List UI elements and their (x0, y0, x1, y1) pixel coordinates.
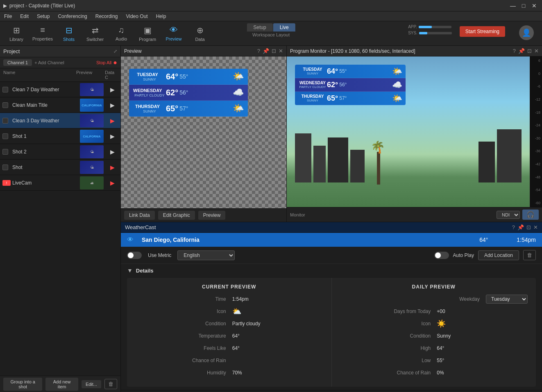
low-label: Low (340, 358, 437, 363)
start-streaming-button[interactable]: Start Streaming (460, 26, 505, 37)
program-toolbar: Monitor NDI 🎧 (287, 207, 542, 222)
details-section: ▼ Details CURRENT PREVIEW Time 1:54pm Ic… (121, 264, 542, 390)
workspace-setup-tab[interactable]: Setup (247, 23, 272, 32)
shots-button[interactable]: ⊟ Shots (57, 23, 81, 44)
edit-graphic-button[interactable]: Edit Graphic (158, 211, 195, 220)
preview-help-button[interactable]: ? (257, 48, 260, 54)
link-data-button[interactable]: Link Data (124, 211, 155, 220)
channel-1-tab[interactable]: Channel 1 (3, 59, 32, 66)
toolbar: ⊞ Library ≡ Properties ⊟ Shots ⇄ Switche… (0, 21, 542, 46)
menu-file[interactable]: File (0, 13, 16, 20)
project-panel: Project ⤢ Channel 1 + Add Channel Stop A… (0, 46, 121, 392)
item-name: Shot (11, 164, 80, 170)
delete-location-button[interactable]: 🗑 (523, 250, 536, 260)
item-checkbox[interactable] (2, 133, 8, 139)
play-button[interactable]: ▶ (107, 86, 118, 93)
menu-conferencing[interactable]: Conferencing (54, 13, 91, 20)
app-meter-fill (419, 26, 432, 28)
play-button[interactable]: ▶ (107, 149, 118, 155)
col-preview: Preview (76, 70, 105, 80)
list-item[interactable]: Clean 7 Day Weather 🌤 ▶ (0, 82, 120, 97)
daily-preview-col: DAILY PREVIEW Weekday Tuesday Wednesday … (331, 278, 536, 387)
item-checkbox[interactable] (2, 164, 8, 170)
use-metric-toggle[interactable] (127, 252, 142, 259)
preview-close-button[interactable]: ✕ (279, 48, 283, 54)
weekday-select[interactable]: Tuesday Wednesday Thursday Friday Saturd… (486, 295, 528, 304)
menu-recording[interactable]: Recording (91, 13, 122, 20)
list-item[interactable]: Clean 3 Day Weather 🌤 ▶ (0, 113, 120, 128)
workspace-live-tab[interactable]: Live (273, 23, 295, 32)
weathercast-help-button[interactable]: ? (512, 224, 515, 230)
group-into-shot-button[interactable]: Group into a shot (3, 378, 42, 391)
details-grid: CURRENT PREVIEW Time 1:54pm Icon ⛅ Condi… (127, 278, 536, 387)
program-button[interactable]: ▣ Program (135, 23, 160, 44)
eye-icon[interactable]: 👁 (127, 236, 134, 243)
list-item[interactable]: Clean Main Title CALIFORNIA ▶ (0, 97, 120, 113)
program-weather-overlay: TUESDAY SUNNY 64° 55° 🌤️ (295, 65, 406, 105)
condition-label: SUNNY (133, 109, 166, 113)
menu-video-out[interactable]: Video Out (122, 13, 152, 20)
menu-edit[interactable]: Edit (16, 13, 33, 20)
maximize-button[interactable]: □ (519, 1, 528, 10)
play-button[interactable]: ▶ (107, 164, 118, 171)
list-item[interactable]: ! LiveCam 🏙 ▶ (0, 175, 120, 191)
weathercast-close-button[interactable]: ✕ (533, 224, 538, 230)
sys-label: SYS. (408, 31, 417, 35)
play-button[interactable]: ▶ (107, 133, 118, 140)
menu-setup[interactable]: Setup (33, 13, 54, 20)
list-item[interactable]: Shot 🌤 ▶ (0, 160, 120, 175)
day-label: THURSDAY (133, 104, 162, 109)
minimize-button[interactable]: — (508, 1, 517, 10)
stop-all-button[interactable]: Stop All (96, 60, 111, 65)
library-button[interactable]: ⊞ Library (4, 23, 29, 44)
weathercast-restore-button[interactable]: ⊡ (526, 224, 531, 230)
app-sys-meters: APP. SYS. (408, 25, 452, 35)
preview-btn[interactable]: Preview (198, 211, 226, 220)
program-pin-button[interactable]: 📌 (518, 48, 525, 54)
delete-button[interactable]: 🗑 (104, 379, 117, 389)
item-checkbox[interactable] (2, 118, 8, 124)
program-restore-button[interactable]: ⊡ (527, 48, 532, 54)
auto-play-knob (435, 252, 441, 258)
preview-button[interactable]: 👁 Preview (161, 23, 186, 44)
audio-button[interactable]: ♫ Audio (109, 23, 134, 44)
user-avatar-button[interactable]: 👤 (519, 25, 534, 40)
item-checkbox[interactable] (2, 102, 8, 108)
daily-icon-label: Icon (340, 321, 437, 327)
program-icon: ▣ (144, 25, 152, 35)
program-help-button[interactable]: ? (513, 48, 516, 54)
play-button[interactable]: ▶ (107, 117, 118, 124)
auto-play-toggle[interactable] (434, 252, 449, 259)
item-checkbox[interactable] (2, 149, 8, 155)
add-new-item-button[interactable]: Add new item (45, 378, 78, 391)
item-name: Shot 2 (11, 149, 80, 155)
expand-icon[interactable]: ⤢ (113, 49, 117, 54)
menu-help[interactable]: Help (152, 13, 170, 20)
list-item[interactable]: Shot 2 🌤 ▶ (0, 144, 120, 160)
ndi-select[interactable]: NDI (497, 211, 520, 219)
add-channel-button[interactable]: + Add Channel (34, 60, 64, 65)
add-location-button[interactable]: Add Location (478, 250, 519, 260)
stop-dot: ● (113, 59, 117, 66)
collapse-icon[interactable]: ▼ (127, 267, 133, 274)
preview-pin-button[interactable]: 📌 (263, 48, 269, 54)
days-from-today-row: Days from Today +00 (340, 307, 528, 316)
list-item[interactable]: Shot 1 CALIFORNIA ▶ (0, 128, 120, 144)
switcher-button[interactable]: ⇄ Switcher (83, 23, 107, 44)
low-value: 55° (437, 358, 528, 363)
close-button[interactable]: ✕ (530, 1, 539, 10)
language-select[interactable]: English Spanish French (177, 250, 235, 260)
edit-button[interactable]: Edit... (82, 380, 101, 388)
play-button[interactable]: ▶ (107, 180, 118, 186)
weekday-label: Weekday (340, 296, 486, 302)
vu-tick-n24: -24 (535, 123, 540, 127)
item-checkbox[interactable] (2, 87, 8, 92)
data-button[interactable]: ⊕ Data (188, 23, 212, 44)
properties-button[interactable]: ≡ Properties (30, 23, 55, 44)
audio-headphone-button[interactable]: 🎧 (522, 210, 539, 220)
weathercast-pin-button[interactable]: 📌 (517, 224, 524, 230)
preview-restore-button[interactable]: ⊡ (272, 48, 276, 54)
play-button[interactable]: ▶ (107, 102, 118, 108)
program-close-button[interactable]: ✕ (534, 48, 539, 54)
preview-panel-title: Preview (124, 48, 142, 54)
